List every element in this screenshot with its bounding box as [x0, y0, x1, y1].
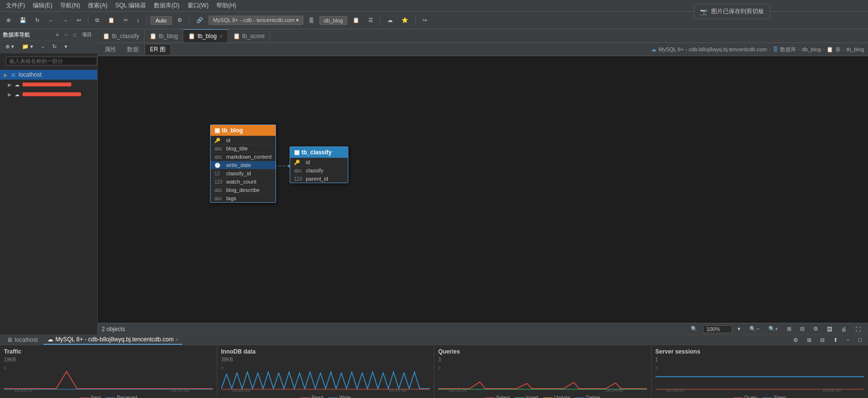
db-icon[interactable]: 🗄	[305, 16, 318, 25]
er-settings-btn[interactable]: ⚙	[810, 324, 822, 334]
er-table-tb-blog[interactable]: ▦ tb_blog 🔑 id abc blog_title abc markdo…	[210, 125, 276, 203]
sidebar-min-btn[interactable]: −	[62, 31, 70, 39]
er-search-btn[interactable]: 🔍	[687, 324, 701, 334]
er-print-btn[interactable]: 🖨	[838, 325, 850, 334]
settings-btn[interactable]: ⚙	[174, 16, 186, 25]
sub-tab-er[interactable]: ER 图	[145, 44, 171, 55]
menu-window[interactable]: 窗口(W)	[184, 0, 212, 11]
field-name-tags: tags	[226, 195, 236, 201]
legend-sleep: Sleep	[762, 395, 786, 398]
menu-edit[interactable]: 编辑(E)	[29, 0, 56, 11]
copy-btn[interactable]: ⧉	[92, 16, 103, 25]
sidebar-item-label-localhost: localhost	[19, 71, 42, 78]
cloud-btn[interactable]: ☁	[384, 16, 396, 25]
sep3	[189, 16, 190, 25]
paste-btn[interactable]: 📋	[105, 16, 118, 25]
er-field-markdown-content[interactable]: abc markdown_content	[211, 152, 275, 161]
er-table-view-btn[interactable]: ⊟	[797, 324, 808, 334]
bottom-tab-localhost[interactable]: 🖥 localhost	[3, 335, 42, 344]
er-zoom-in-btn[interactable]: 🔍+	[765, 324, 782, 334]
cut-btn[interactable]: ✂	[120, 16, 131, 25]
main-layout: 数据库导航 × − □ 项目 ⊕ ▾ 📁 ▾ − ↻ ▾ ▶ 🖥 localho…	[0, 29, 868, 335]
sub-tab-properties[interactable]: 属性	[100, 44, 121, 55]
connection-display: MySQL 8+ - cdb - tencentcdb.com ▾	[209, 16, 303, 25]
legend-update-label: Update	[554, 395, 570, 398]
er-field-tags[interactable]: abc tags	[211, 194, 275, 202]
tab-tb-score[interactable]: 📋 tb_score	[228, 29, 270, 42]
er-table-tb-classify[interactable]: ▦ tb_classify 🔑 id abc classify 123 pare…	[290, 147, 348, 183]
tab-label-3: tb_blog	[197, 33, 216, 40]
er-canvas[interactable]: ▦ tb_blog 🔑 id abc blog_title abc markdo…	[98, 56, 868, 323]
bottom-grid2-btn[interactable]: ⊟	[817, 335, 828, 345]
sidebar-project-btn[interactable]: 项目	[80, 31, 94, 39]
chart-traffic-area: 19KB 16:24:25 16:24:50 0 Sent	[4, 357, 213, 398]
er-field-parent-id[interactable]: 123 parent_id	[290, 174, 348, 183]
er-field-classify[interactable]: abc classify	[290, 166, 348, 174]
tab-close-3[interactable]: ×	[220, 34, 223, 39]
traffic-y-label: 19KB	[4, 357, 16, 362]
menu-database[interactable]: 数据库(D)	[150, 0, 184, 11]
undo-btn[interactable]: ↩	[73, 16, 85, 25]
bottom-min-btn[interactable]: −	[843, 335, 853, 345]
er-field-write-date[interactable]: 🕐 write_date	[211, 161, 275, 169]
sidebar-folder-btn[interactable]: 📁 ▾	[19, 42, 37, 51]
back-btn[interactable]: ←	[45, 16, 57, 25]
menu-search[interactable]: 搜索(A)	[84, 0, 111, 11]
bottom-export-btn[interactable]: ⬆	[830, 335, 841, 345]
er-fullscreen-btn[interactable]: ⛶	[852, 325, 864, 334]
menu-help[interactable]: 帮助(H)	[212, 0, 240, 11]
er-field-classify-id[interactable]: 12 classify_id	[211, 169, 275, 177]
er-field-id[interactable]: 🔑 id	[211, 136, 275, 144]
legend-insert-label: Insert	[526, 395, 538, 398]
sidebar-item-localhost[interactable]: ▶ 🖥 localhost	[0, 70, 97, 80]
bottom-grid1-btn[interactable]: ⊞	[804, 335, 815, 345]
new-btn[interactable]: ⊕	[3, 16, 14, 25]
redo-btn[interactable]: ↪	[419, 16, 430, 25]
er-zoom-dropdown[interactable]: ▾	[734, 324, 744, 334]
sidebar-item-cloud1[interactable]: ▶ ☁	[0, 80, 97, 89]
er-field-watch-count[interactable]: 123 watch_count	[211, 177, 275, 186]
bottom-max-btn[interactable]: □	[855, 335, 865, 345]
sidebar-refresh-btn[interactable]: ↻	[49, 42, 60, 51]
star-btn[interactable]: ⭐	[398, 16, 412, 25]
legend-write: Write	[328, 395, 351, 398]
bottom-settings-btn[interactable]: ⚙	[790, 335, 802, 345]
sidebar-search-input[interactable]	[6, 57, 97, 65]
er-zoom-out-btn[interactable]: 🔍−	[746, 324, 762, 334]
er-grid-btn[interactable]: ⊞	[783, 324, 795, 334]
save-btn[interactable]: 💾	[16, 16, 30, 25]
sidebar-close-btn[interactable]: ×	[53, 31, 61, 39]
camera-icon: 📷	[700, 8, 707, 15]
bottom-tab-cloud[interactable]: ☁ MySQL 8+ - cdb-b8oj8wyq.bj.tencentcdb.…	[43, 335, 182, 345]
auto-button[interactable]: Auto	[150, 16, 172, 25]
legend-select-label: Select	[496, 395, 510, 398]
tab-tb-classify[interactable]: 📋 tb_classify	[98, 29, 145, 42]
forward-btn[interactable]: →	[59, 16, 71, 25]
menu-file[interactable]: 文件(F)	[2, 0, 29, 11]
er-field-blog-describe[interactable]: abc blog_describe	[211, 186, 275, 194]
sidebar-filter-btn[interactable]: ▾	[61, 42, 71, 51]
table-icon[interactable]: 📋	[349, 16, 363, 25]
er-field-classify-table-id[interactable]: 🔑 id	[290, 158, 348, 166]
menu-sql-editor[interactable]: SQL 编辑器	[111, 0, 150, 11]
sidebar-disconnect-btn[interactable]: −	[38, 42, 47, 51]
bottom-tab-close[interactable]: ×	[175, 337, 178, 342]
list-icon[interactable]: ☰	[365, 16, 377, 25]
sidebar-item-cloud2[interactable]: ▶ ☁	[0, 89, 97, 99]
er-zoom-input[interactable]	[703, 325, 732, 333]
refresh-btn[interactable]: ↻	[32, 16, 43, 25]
sub-tab-data[interactable]: 数据	[122, 44, 144, 55]
tab-tb-blog-active[interactable]: 📋 tb_blog ×	[183, 29, 228, 42]
breadcrumb-db-icon: 🗄	[773, 46, 778, 52]
connect-icon[interactable]: 🔗	[193, 16, 207, 25]
sidebar-max-btn[interactable]: □	[71, 31, 79, 39]
er-field-blog-title[interactable]: abc blog_title	[211, 144, 275, 152]
er-image-btn[interactable]: 🖼	[824, 325, 836, 334]
sidebar-add-btn[interactable]: ⊕ ▾	[2, 42, 18, 51]
tab-tb-blog-1[interactable]: 📋 tb_blog	[145, 29, 183, 42]
traffic-chart-svg: 16:24:25 16:24:50 0	[4, 363, 213, 393]
menu-nav[interactable]: 导航(N)	[56, 0, 84, 11]
sidebar: 数据库导航 × − □ 项目 ⊕ ▾ 📁 ▾ − ↻ ▾ ▶ 🖥 localho…	[0, 29, 98, 335]
tab-icon-4: 📋	[233, 33, 240, 40]
move-btn[interactable]: ↕	[133, 16, 143, 25]
